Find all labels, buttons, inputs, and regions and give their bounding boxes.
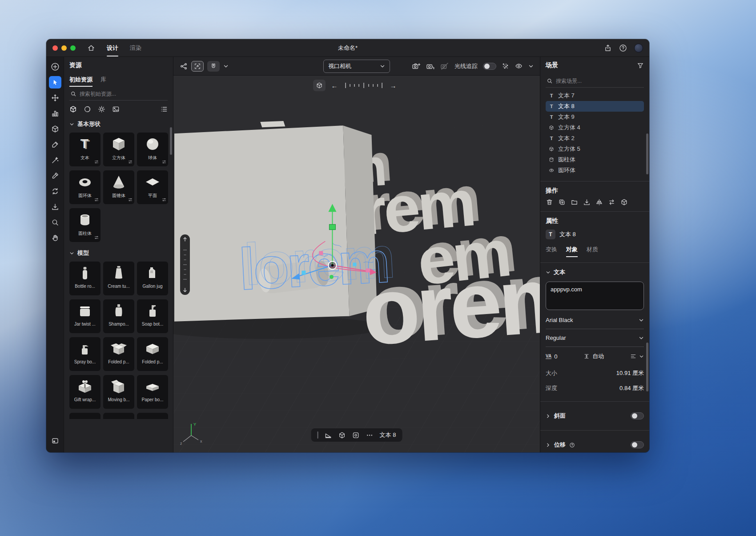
asset-card-model[interactable]: Soap bot... xyxy=(137,299,168,333)
tab-material[interactable]: 材质 xyxy=(587,246,598,257)
text-section-header[interactable]: 文本 xyxy=(546,268,644,276)
filter-shapes-icon[interactable] xyxy=(69,105,77,113)
filter-funnel-icon[interactable] xyxy=(637,62,644,69)
sliders-icon[interactable] xyxy=(128,160,133,164)
dither-icon[interactable] xyxy=(502,62,509,70)
eye-icon[interactable] xyxy=(515,62,523,70)
arrow-up-icon[interactable] xyxy=(182,237,188,242)
prev-keyframe-button[interactable]: ← xyxy=(329,80,340,91)
asset-card-model[interactable]: Folded p... xyxy=(103,337,134,371)
scene-search-input[interactable] xyxy=(556,78,643,84)
scene-item-selected[interactable]: T文本 8 xyxy=(546,101,644,112)
align-control[interactable] xyxy=(630,353,644,359)
zoom-button[interactable] xyxy=(70,45,76,51)
asset-card-model[interactable]: Cream tu... xyxy=(103,262,134,295)
section-models[interactable]: 模型 xyxy=(69,249,168,257)
scene-list-scrollbar[interactable] xyxy=(646,133,648,174)
perspective-button[interactable] xyxy=(313,80,326,91)
drag-handle[interactable] xyxy=(318,431,318,439)
offset-toggle[interactable] xyxy=(631,441,644,448)
asset-card-model[interactable]: Jar twist ... xyxy=(69,299,101,333)
camera-cursor-icon[interactable] xyxy=(426,62,435,70)
move-tool-button[interactable] xyxy=(49,92,61,104)
tab-render[interactable]: 渲染 xyxy=(130,39,141,56)
sliders-icon[interactable] xyxy=(94,235,99,240)
tab-starter-assets[interactable]: 初始资源 xyxy=(69,76,92,87)
scene-item[interactable]: T文本 7 xyxy=(546,90,644,101)
pen-tool-button[interactable] xyxy=(49,138,61,151)
asset-card-model[interactable]: Spray bo... xyxy=(69,337,101,371)
asset-card-model[interactable]: Gallon jug xyxy=(137,262,168,295)
sliders-icon[interactable] xyxy=(94,160,99,164)
tab-library[interactable]: 库 xyxy=(101,76,106,87)
zoom-slider[interactable] xyxy=(180,234,190,295)
frame-button[interactable] xyxy=(191,61,204,72)
asset-card-partial[interactable] xyxy=(103,413,134,419)
tab-design[interactable]: 设计 xyxy=(107,39,118,56)
material-icon[interactable] xyxy=(352,431,360,439)
select-tool-button[interactable] xyxy=(49,76,61,89)
asset-card-cube[interactable]: 立方体 xyxy=(103,133,134,166)
more-icon[interactable] xyxy=(366,431,374,439)
help-icon[interactable] xyxy=(619,44,627,52)
chart-tool-button[interactable] xyxy=(49,107,61,120)
font-select[interactable]: Arial Black xyxy=(546,311,644,329)
sliders-icon[interactable] xyxy=(162,197,166,202)
add-button[interactable] xyxy=(49,60,61,73)
chevron-down-icon[interactable] xyxy=(528,64,534,69)
asset-card-model[interactable]: Bottle ro... xyxy=(69,262,101,295)
minimize-button[interactable] xyxy=(61,45,67,51)
weight-select[interactable]: Regular xyxy=(546,329,644,347)
line-spacing-control[interactable]: 自动 xyxy=(583,352,604,360)
sliders-icon[interactable] xyxy=(128,197,133,202)
hand-tool-button[interactable] xyxy=(49,232,61,244)
assets-scrollbar[interactable] xyxy=(170,127,172,155)
viewport-canvas[interactable]: om om rem rem em em xyxy=(173,76,540,452)
eyedropper-tool-button[interactable] xyxy=(49,169,61,182)
list-view-icon[interactable] xyxy=(160,105,168,113)
cube-icon[interactable] xyxy=(338,431,346,439)
primitive-tool-button[interactable] xyxy=(49,123,61,135)
import-tool-button[interactable] xyxy=(49,201,61,213)
selected-3d-text[interactable]: lorem lorem xyxy=(237,224,395,302)
size-value[interactable]: 10.91 厘米 xyxy=(616,369,644,377)
offset-section[interactable]: 位移 xyxy=(546,436,644,452)
export-icon[interactable] xyxy=(325,431,332,439)
sliders-icon[interactable] xyxy=(94,197,99,202)
chevron-down-icon[interactable] xyxy=(223,64,229,69)
scene-item[interactable]: 圆环体 xyxy=(546,165,644,176)
wand-tool-button[interactable] xyxy=(49,154,61,166)
next-keyframe-button[interactable]: → xyxy=(388,80,398,91)
folder-icon[interactable] xyxy=(571,198,578,206)
cube-icon[interactable] xyxy=(620,198,628,206)
avatar[interactable] xyxy=(634,44,643,52)
swap-icon[interactable] xyxy=(608,198,615,206)
camera-select[interactable]: 视口相机 xyxy=(323,60,390,73)
kerning-control[interactable]: VA 0 xyxy=(546,353,557,360)
camera-off-icon[interactable] xyxy=(440,62,449,70)
section-basic-shapes[interactable]: 基本形状 xyxy=(69,120,168,128)
asset-card-model[interactable]: Gift wrap... xyxy=(69,375,101,409)
inspector-scrollbar[interactable] xyxy=(646,343,648,391)
filter-lights-icon[interactable] xyxy=(98,105,105,113)
asset-card-torus[interactable]: 圆环体 xyxy=(69,170,101,204)
tab-object[interactable]: 对象 xyxy=(566,246,578,257)
filter-images-icon[interactable] xyxy=(112,105,120,113)
asset-card-cone[interactable]: 圆锥体 xyxy=(103,170,134,204)
assets-search-input[interactable] xyxy=(80,91,167,97)
scene-item[interactable]: T文本 2 xyxy=(546,133,644,144)
close-button[interactable] xyxy=(52,45,58,51)
text-content-input[interactable]: apppvp.com xyxy=(546,282,644,310)
asset-card-partial[interactable] xyxy=(69,413,101,419)
library-panel-toggle[interactable] xyxy=(49,435,61,447)
trash-icon[interactable] xyxy=(546,198,553,206)
bevel-toggle[interactable] xyxy=(631,412,644,419)
cycle-tool-button[interactable] xyxy=(49,185,61,197)
asset-card-model[interactable]: Shampo... xyxy=(103,299,134,333)
tab-transform[interactable]: 变换 xyxy=(546,246,557,257)
sliders-icon[interactable] xyxy=(162,160,166,164)
camera-add-icon[interactable] xyxy=(412,62,421,70)
bevel-section[interactable]: 斜面 xyxy=(546,407,644,425)
scene-item[interactable]: 立方体 4 xyxy=(546,122,644,133)
duplicate-icon[interactable] xyxy=(558,198,566,206)
